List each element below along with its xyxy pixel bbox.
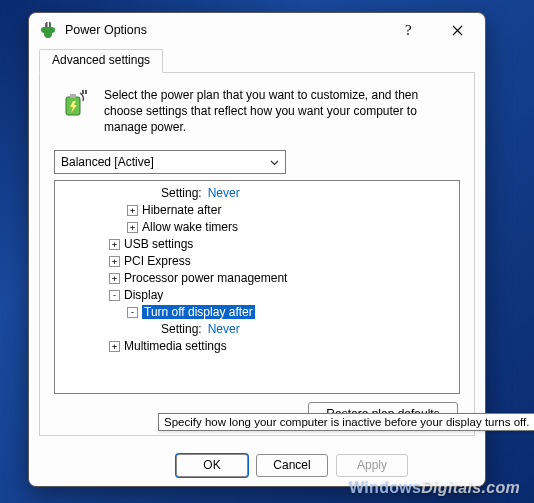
tooltip: Specify how long your computer is inacti… <box>158 413 534 431</box>
expand-icon[interactable]: + <box>109 239 120 250</box>
tree-row-pci[interactable]: + PCI Express <box>55 253 459 270</box>
intro-text: Select the power plan that you want to c… <box>104 87 456 136</box>
help-button[interactable]: ? <box>389 15 429 45</box>
tree-row-processor[interactable]: + Processor power management <box>55 270 459 287</box>
power-plan-select[interactable]: Balanced [Active] <box>54 150 286 174</box>
tree-row-turn-off-setting: Setting: Never <box>55 321 459 338</box>
intro-block: Select the power plan that you want to c… <box>54 87 460 142</box>
power-plug-icon <box>39 21 57 39</box>
tree-row-allow-wake[interactable]: + Allow wake timers <box>55 219 459 236</box>
selected-item: Turn off display after <box>142 305 255 319</box>
setting-value[interactable]: Never <box>208 322 240 336</box>
close-button[interactable] <box>437 15 477 45</box>
setting-value[interactable]: Never <box>208 186 240 200</box>
tabstrip: Advanced settings <box>39 49 475 73</box>
expand-icon[interactable]: + <box>109 273 120 284</box>
power-plan-selected: Balanced [Active] <box>61 155 154 169</box>
collapse-icon[interactable]: - <box>109 290 120 301</box>
settings-tree[interactable]: Setting: Never + Hibernate after + Allow… <box>54 180 460 394</box>
power-options-dialog: Power Options ? Advanced settings Select… <box>28 12 486 487</box>
tree-row-hibernate[interactable]: + Hibernate after <box>55 202 459 219</box>
svg-text:?: ? <box>405 22 412 38</box>
apply-button: Apply <box>336 454 408 477</box>
window-title: Power Options <box>65 23 381 37</box>
tree-row-setting: Setting: Never <box>55 185 459 202</box>
expand-icon[interactable]: + <box>109 341 120 352</box>
svg-rect-6 <box>85 90 87 94</box>
setting-label: Setting: <box>161 186 202 200</box>
expand-icon[interactable]: + <box>127 222 138 233</box>
tree-row-multimedia[interactable]: + Multimedia settings <box>55 338 459 355</box>
collapse-icon[interactable]: - <box>127 307 138 318</box>
titlebar: Power Options ? <box>29 13 485 47</box>
expand-icon[interactable]: + <box>109 256 120 267</box>
expand-icon[interactable]: + <box>127 205 138 216</box>
tab-advanced-settings[interactable]: Advanced settings <box>39 49 163 73</box>
watermark: WindowsDigitals.com <box>349 479 520 497</box>
chevron-down-icon <box>270 155 279 169</box>
cancel-button[interactable]: Cancel <box>256 454 328 477</box>
tree-row-turn-off-display[interactable]: - Turn off display after <box>55 304 459 321</box>
tree-row-display[interactable]: - Display <box>55 287 459 304</box>
svg-rect-5 <box>82 90 84 94</box>
tree-row-usb[interactable]: + USB settings <box>55 236 459 253</box>
battery-plug-icon <box>58 87 92 121</box>
svg-rect-4 <box>70 94 76 98</box>
svg-rect-1 <box>49 22 51 27</box>
ok-button[interactable]: OK <box>176 454 248 477</box>
setting-label: Setting: <box>161 322 202 336</box>
svg-rect-0 <box>46 22 48 27</box>
tab-panel: Select the power plan that you want to c… <box>39 73 475 436</box>
